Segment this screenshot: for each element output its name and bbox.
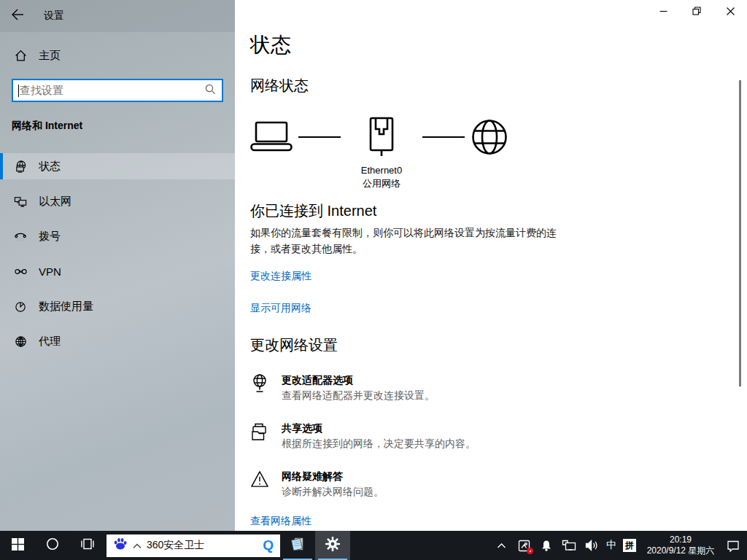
- sidebar-item-proxy[interactable]: 代理: [0, 328, 235, 354]
- sidebar-item-label: 拨号: [39, 230, 61, 244]
- windows-desktop: 设置 主页 查找设置 网络和 Internet: [0, 0, 747, 560]
- search-placeholder: 查找设置: [20, 84, 205, 98]
- taskbar-app-settings[interactable]: [315, 531, 350, 560]
- text-caret: [18, 85, 19, 97]
- status-icon: [13, 159, 28, 174]
- ethernet-node: Ethernet0 公用网络: [347, 117, 417, 190]
- network-status-heading: 网络状态: [250, 76, 747, 95]
- vertical-scrollbar[interactable]: [739, 80, 741, 386]
- page-title: 状态: [250, 32, 747, 58]
- item-title: 共享选项: [282, 421, 476, 435]
- sidebar-item-status[interactable]: 状态: [0, 153, 235, 179]
- taskbar: 360安全卫士 Q: [0, 531, 747, 560]
- cortana-button[interactable]: [35, 531, 70, 560]
- windows-logo-icon: [12, 538, 24, 553]
- adapter-name: Ethernet0: [361, 165, 402, 176]
- notification-badge: [527, 548, 533, 554]
- data-usage-icon: [13, 299, 28, 314]
- change-network-settings-heading: 更改网络设置: [250, 335, 747, 354]
- notification-bell-icon[interactable]: [538, 536, 554, 555]
- notepad-icon: [289, 535, 306, 556]
- back-arrow-icon: [11, 9, 24, 23]
- titlebar-left: 设置: [0, 0, 235, 32]
- adapter-options-item[interactable]: 更改适配器选项 查看网络适配器并更改连接设置。: [250, 373, 747, 402]
- connection-line: [422, 136, 465, 138]
- proxy-icon: [13, 334, 28, 349]
- system-tray: 中 拼 20:19 2020/9/12 星期六: [493, 534, 747, 556]
- sidebar-nav: 状态 以太网 拨号 V: [0, 153, 235, 354]
- search-engine-icon: Q: [263, 537, 274, 553]
- sidebar-item-label: 以太网: [39, 195, 71, 209]
- show-available-networks-link[interactable]: 显示可用网络: [250, 302, 311, 315]
- task-view-button[interactable]: [70, 531, 105, 560]
- start-button[interactable]: [0, 531, 35, 560]
- change-connection-properties-link[interactable]: 更改连接属性: [250, 270, 311, 283]
- dialup-icon: [13, 229, 28, 244]
- clock-date: 2020/9/12 星期六: [643, 545, 719, 556]
- vpn-icon: [13, 264, 28, 279]
- item-title: 网络疑难解答: [282, 470, 384, 483]
- clock-time: 20:19: [643, 534, 719, 545]
- gear-icon: [325, 536, 341, 555]
- baidu-logo-icon: [113, 537, 128, 554]
- troubleshoot-warning-icon: [250, 470, 269, 489]
- network-troubleshooter-item[interactable]: 网络疑难解答 诊断并解决网络问题。: [250, 470, 747, 499]
- ethernet-plug-icon: [365, 117, 398, 160]
- ime-language-indicator[interactable]: 中: [606, 539, 616, 552]
- sidebar-item-home[interactable]: 主页: [0, 42, 235, 69]
- connected-heading: 你已连接到 Internet: [250, 201, 747, 220]
- sidebar-item-label: 数据使用量: [39, 300, 93, 314]
- back-button[interactable]: [0, 0, 35, 32]
- window-title: 设置: [44, 9, 64, 23]
- cortana-circle-icon: [46, 537, 59, 553]
- search-icon: [205, 84, 216, 98]
- selection-accent-bar: [0, 153, 3, 179]
- item-description: 查看网络适配器并更改连接设置。: [282, 388, 435, 402]
- sidebar-item-dialup[interactable]: 拨号: [0, 223, 235, 249]
- status-page: 状态 网络状态 Ethernet0 公用网络: [235, 0, 747, 531]
- sidebar-item-data-usage[interactable]: 数据使用量: [0, 293, 235, 319]
- close-button[interactable]: [713, 0, 747, 22]
- network-diagram: Ethernet0 公用网络: [250, 117, 747, 190]
- sharing-options-texts: 共享选项 根据所连接到的网络，决定要共享的内容。: [282, 421, 476, 451]
- sidebar-section-title: 网络和 Internet: [12, 120, 223, 133]
- adapter-options-icon: [250, 373, 269, 392]
- window-controls: [646, 0, 747, 22]
- taskbar-search-box[interactable]: 360安全卫士 Q: [107, 534, 280, 557]
- volume-icon[interactable]: [584, 536, 600, 555]
- taskbar-app-notepad[interactable]: [280, 531, 315, 560]
- sharing-options-icon: [250, 421, 269, 440]
- troubleshooter-texts: 网络疑难解答 诊断并解决网络问题。: [282, 470, 384, 499]
- sharing-options-item[interactable]: 共享选项 根据所连接到的网络，决定要共享的内容。: [250, 421, 747, 451]
- task-view-icon: [80, 537, 95, 553]
- taskbar-clock[interactable]: 20:19 2020/9/12 星期六: [643, 534, 719, 556]
- view-network-properties-link[interactable]: 查看网络属性: [250, 515, 311, 528]
- sidebar-item-ethernet[interactable]: 以太网: [0, 188, 235, 214]
- search-input[interactable]: 查找设置: [12, 79, 223, 102]
- settings-window: 设置 主页 查找设置 网络和 Internet: [0, 0, 747, 531]
- network-tray-icon[interactable]: [561, 536, 577, 555]
- restore-button[interactable]: [680, 0, 713, 22]
- network-type: 公用网络: [363, 178, 400, 190]
- sidebar-home-label: 主页: [39, 49, 61, 63]
- tray-chevron-up-icon[interactable]: [493, 536, 509, 555]
- laptop-icon: [250, 121, 293, 155]
- sidebar-item-label: VPN: [39, 265, 61, 278]
- taskbar-search-text: 360安全卫士: [147, 539, 258, 552]
- ime-mode-indicator[interactable]: 拼: [623, 539, 636, 552]
- connection-line: [298, 136, 341, 138]
- chevron-up-icon[interactable]: [133, 539, 142, 552]
- tray-360-icon[interactable]: [516, 536, 532, 555]
- sidebar-item-vpn[interactable]: VPN: [0, 258, 235, 284]
- sidebar-item-label: 状态: [39, 160, 61, 174]
- sidebar-item-label: 代理: [39, 335, 61, 349]
- adapter-options-texts: 更改适配器选项 查看网络适配器并更改连接设置。: [282, 373, 435, 402]
- internet-globe-icon: [471, 118, 508, 159]
- item-description: 诊断并解决网络问题。: [282, 484, 384, 499]
- settings-sidebar: 设置 主页 查找设置 网络和 Internet: [0, 0, 235, 531]
- ethernet-icon: [13, 194, 28, 209]
- home-icon: [13, 48, 28, 63]
- action-center-icon[interactable]: [725, 536, 741, 555]
- connected-description: 如果你的流量套餐有限制，则你可以将此网络设置为按流量计费的连接，或者更改其他属性…: [250, 225, 565, 257]
- minimize-button[interactable]: [646, 0, 680, 22]
